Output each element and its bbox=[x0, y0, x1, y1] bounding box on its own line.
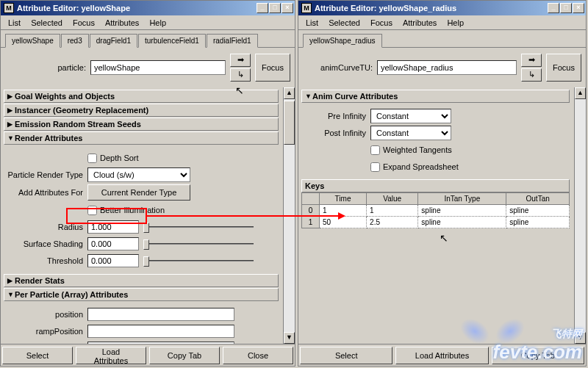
tab-radial[interactable]: radialField1 bbox=[207, 34, 258, 48]
select-button[interactable]: Select bbox=[300, 347, 392, 364]
menu-selected[interactable]: Selected bbox=[324, 17, 365, 29]
better-illumination-checkbox[interactable] bbox=[87, 206, 97, 215]
particle-input[interactable] bbox=[90, 60, 226, 75]
scroll-up-button[interactable]: ▲ bbox=[284, 87, 295, 99]
position-input[interactable] bbox=[87, 308, 234, 321]
section-per-particle[interactable]: Per Particle (Array) Attributes bbox=[4, 288, 279, 301]
particle-render-type-dropdown[interactable]: Cloud (s/w) bbox=[87, 167, 190, 182]
menubar: List Selected Focus Attributes Help bbox=[298, 15, 586, 30]
menu-help[interactable]: Help bbox=[442, 17, 468, 29]
tabbar: yellowShape red3 dragField1 turbulenceFi… bbox=[1, 30, 295, 48]
tab-turbulence[interactable]: turbulenceField1 bbox=[138, 34, 206, 48]
copy-tab-button[interactable]: Copy Tab bbox=[149, 347, 220, 364]
attribute-editor-right: M Attribute Editor: yellowShape_radius _… bbox=[298, 0, 587, 367]
per-particle-body: position rampPosition velocity rampVeloc… bbox=[4, 302, 279, 344]
close-button[interactable]: × bbox=[573, 3, 584, 13]
menu-selected[interactable]: Selected bbox=[26, 17, 67, 29]
aaf-label: Add Attributes For bbox=[5, 188, 87, 197]
surface-shading-input[interactable] bbox=[87, 237, 139, 250]
object-row: animCurveTU: ➡ ↳ Focus bbox=[298, 48, 586, 87]
attribute-editor-left: M Attribute Editor: yellowShape _ □ × Li… bbox=[0, 0, 295, 367]
keys-header-row: Time Value InTan Type OutTan bbox=[302, 193, 570, 205]
tab-dragfield[interactable]: dragField1 bbox=[90, 34, 137, 48]
animcurve-label: animCurveTU: bbox=[303, 63, 373, 72]
menu-list[interactable]: List bbox=[4, 17, 25, 29]
copy-tab-button[interactable]: Copy Tab bbox=[492, 347, 584, 364]
select-button[interactable]: Select bbox=[2, 347, 73, 364]
section-emission[interactable]: Emission Random Stream Seeds bbox=[4, 118, 279, 131]
tab-red3[interactable]: red3 bbox=[61, 34, 89, 48]
maximize-button[interactable]: □ bbox=[560, 3, 572, 13]
render-attributes-body: Depth Sort Particle Render Type Cloud (s… bbox=[4, 145, 279, 273]
tab-yellowshape-radius[interactable]: yellowShape_radius bbox=[303, 34, 382, 48]
focus-button[interactable]: Focus bbox=[546, 54, 581, 82]
scroll-up-button[interactable]: ▲ bbox=[575, 87, 586, 99]
radius-slider[interactable] bbox=[143, 222, 254, 232]
threshold-slider[interactable] bbox=[143, 256, 254, 266]
pre-infinity-label: Pre Infinity bbox=[303, 112, 370, 120]
section-instancer[interactable]: Instancer (Geometry Replacement) bbox=[4, 104, 279, 117]
depth-sort-label: Depth Sort bbox=[100, 154, 139, 162]
load-attributes-button[interactable]: Load Attributes bbox=[395, 347, 488, 364]
go-out-button[interactable]: ↳ bbox=[521, 68, 542, 82]
scrollbar[interactable]: ▲ ▼ bbox=[574, 87, 586, 344]
weighted-tangents-checkbox[interactable] bbox=[370, 145, 380, 155]
section-render-stats[interactable]: Render Stats bbox=[4, 274, 279, 287]
keys-header: Keys bbox=[301, 179, 570, 192]
app-icon: M bbox=[4, 3, 14, 13]
scroll-down-button[interactable]: ▼ bbox=[284, 332, 295, 344]
ramp-position-label: rampPosition bbox=[5, 327, 87, 336]
menu-focus[interactable]: Focus bbox=[68, 17, 99, 29]
current-render-type-button[interactable]: Current Render Type bbox=[87, 184, 190, 201]
radius-input[interactable] bbox=[87, 220, 139, 234]
annotation-arrow bbox=[147, 215, 338, 217]
section-goal[interactable]: Goal Weights and Objects bbox=[4, 90, 279, 103]
titlebar[interactable]: M Attribute Editor: yellowShape _ □ × bbox=[1, 1, 295, 15]
scroll-down-button[interactable]: ▼ bbox=[575, 332, 586, 344]
minimize-button[interactable]: _ bbox=[257, 3, 268, 13]
focus-button[interactable]: Focus bbox=[255, 54, 290, 82]
expand-spreadsheet-label: Expand Spreadsheet bbox=[383, 162, 459, 171]
menu-attributes[interactable]: Attributes bbox=[101, 17, 143, 29]
expand-spreadsheet-checkbox[interactable] bbox=[370, 162, 380, 172]
animcurve-input[interactable] bbox=[377, 60, 517, 75]
post-infinity-dropdown[interactable]: Constant bbox=[370, 126, 451, 140]
surface-shading-slider[interactable] bbox=[143, 239, 254, 249]
threshold-input[interactable] bbox=[87, 254, 139, 267]
keys-col-idx bbox=[302, 193, 320, 205]
post-infinity-label: Post Infinity bbox=[303, 129, 370, 137]
weighted-tangents-label: Weighted Tangents bbox=[383, 145, 452, 154]
radius-label: Radius bbox=[5, 223, 87, 231]
depth-sort-checkbox[interactable] bbox=[87, 154, 97, 163]
section-render-attributes[interactable]: Render Attributes bbox=[4, 131, 279, 145]
go-in-button[interactable]: ➡ bbox=[230, 54, 251, 67]
menu-help[interactable]: Help bbox=[145, 17, 171, 29]
keys-col-value: Value bbox=[367, 193, 418, 205]
section-anim-curve[interactable]: Anim Curve Attributes bbox=[301, 90, 570, 103]
better-illumination-label: Better Illumination bbox=[100, 206, 165, 214]
scroll-thumb[interactable] bbox=[284, 101, 295, 145]
close-button[interactable]: × bbox=[282, 3, 293, 13]
window-title: Attribute Editor: yellowShape bbox=[17, 4, 257, 12]
bottom-bar: Select Load Attributes Copy Tab bbox=[298, 344, 586, 366]
maximize-button[interactable]: □ bbox=[269, 3, 281, 13]
menu-list[interactable]: List bbox=[301, 17, 323, 29]
particle-label: particle: bbox=[5, 63, 86, 72]
titlebar[interactable]: M Attribute Editor: yellowShape_radius _… bbox=[298, 1, 586, 15]
keys-col-intan: InTan Type bbox=[418, 193, 506, 205]
tab-yellowshape[interactable]: yellowShape bbox=[5, 34, 60, 48]
minimize-button[interactable]: _ bbox=[548, 3, 559, 13]
menu-attributes[interactable]: Attributes bbox=[398, 17, 441, 29]
go-out-button[interactable]: ↳ bbox=[230, 68, 251, 82]
threshold-label: Threshold bbox=[5, 256, 87, 265]
bottom-bar: Select Load Attributes Copy Tab Close bbox=[1, 344, 295, 366]
prt-label: Particle Render Type bbox=[5, 170, 87, 179]
velocity-input[interactable] bbox=[87, 342, 234, 344]
load-attributes-button[interactable]: Load Attributes bbox=[76, 347, 146, 364]
pre-infinity-dropdown[interactable]: Constant bbox=[370, 109, 451, 123]
menu-focus[interactable]: Focus bbox=[366, 17, 397, 29]
close-button-bottom[interactable]: Close bbox=[223, 347, 293, 364]
go-in-button[interactable]: ➡ bbox=[521, 54, 542, 67]
keys-col-time: Time bbox=[320, 193, 367, 205]
ramp-position-input[interactable] bbox=[87, 325, 234, 338]
